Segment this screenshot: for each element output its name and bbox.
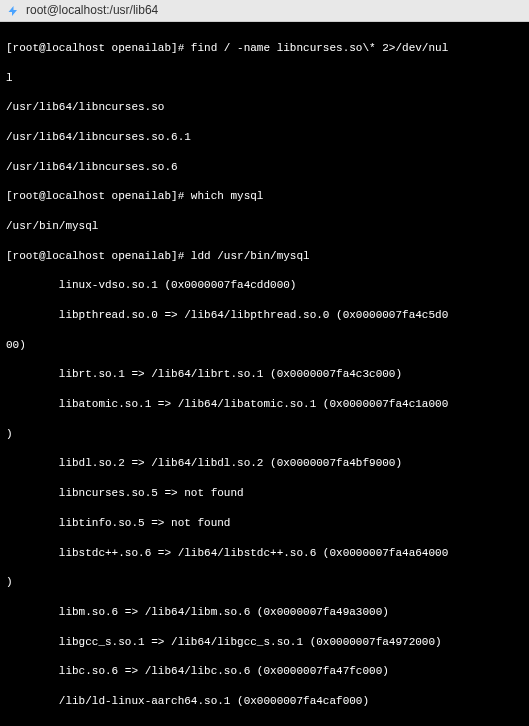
output-line: ) xyxy=(6,575,523,590)
output-line: libdl.so.2 => /lib64/libdl.so.2 (0x00000… xyxy=(6,456,523,471)
cmd-line: [root@localhost openailab]# ldd /usr/bin… xyxy=(6,249,523,264)
title-bar: root@localhost:/usr/lib64 xyxy=(0,0,529,22)
terminal-output[interactable]: [root@localhost openailab]# find / -name… xyxy=(0,22,529,726)
lightning-icon xyxy=(6,4,20,18)
output-line: ) xyxy=(6,427,523,442)
cmd-line: [root@localhost openailab]# which mysql xyxy=(6,189,523,204)
output-line: libm.so.6 => /lib64/libm.so.6 (0x0000007… xyxy=(6,605,523,620)
output-line: /usr/lib64/libncurses.so.6.1 xyxy=(6,130,523,145)
output-line: librt.so.1 => /lib64/librt.so.1 (0x00000… xyxy=(6,367,523,382)
output-line: /usr/lib64/libncurses.so.6 xyxy=(6,160,523,175)
cmd-line: [root@localhost openailab]# find / -name… xyxy=(6,41,523,56)
output-line: 00) xyxy=(6,338,523,353)
output-line: libc.so.6 => /lib64/libc.so.6 (0x0000007… xyxy=(6,664,523,679)
output-line: linux-vdso.so.1 (0x0000007fa4cdd000) xyxy=(6,278,523,293)
output-line: libgcc_s.so.1 => /lib64/libgcc_s.so.1 (0… xyxy=(6,635,523,650)
output-line: /lib/ld-linux-aarch64.so.1 (0x0000007fa4… xyxy=(6,694,523,709)
output-line: /usr/bin/mysql xyxy=(6,219,523,234)
output-line: libtinfo.so.5 => not found xyxy=(6,516,523,531)
output-line: /usr/lib64/libncurses.so xyxy=(6,100,523,115)
output-line: libncurses.so.5 => not found xyxy=(6,486,523,501)
output-line: libatomic.so.1 => /lib64/libatomic.so.1 … xyxy=(6,397,523,412)
cmd-line: l xyxy=(6,71,523,86)
output-line: libpthread.so.0 => /lib64/libpthread.so.… xyxy=(6,308,523,323)
window-title: root@localhost:/usr/lib64 xyxy=(26,2,158,18)
output-line: libstdc++.so.6 => /lib64/libstdc++.so.6 … xyxy=(6,546,523,561)
